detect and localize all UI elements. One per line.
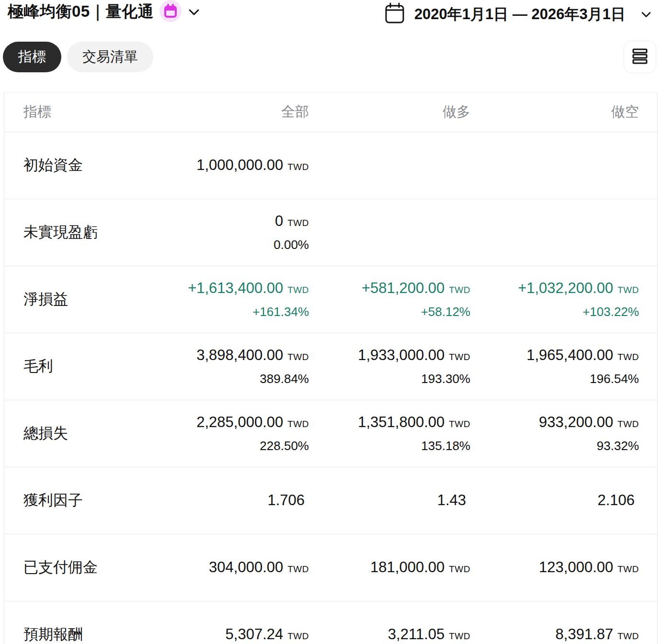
metric-value: 304,000.00 (209, 559, 283, 576)
topbar: 極峰均衡05｜量化通 2020年1月1日 — 2026年3月1日 (0, 0, 661, 25)
metric-value: 1,351,800.00 (358, 414, 444, 430)
metric-value: 2.106 (597, 492, 635, 508)
page-title: 極峰均衡05｜量化通 (8, 1, 154, 23)
row-label: 獲利因子 (4, 467, 169, 534)
row-label: 毛利 (4, 333, 169, 400)
metric-percent: 193.30% (310, 372, 470, 386)
metric-value: 123,000.00 (539, 559, 613, 576)
date-range-picker[interactable]: 2020年1月1日 — 2026年3月1日 (384, 2, 651, 27)
metric-value: 1,933,000.00 (358, 347, 444, 363)
metric-value: 0 (275, 213, 283, 229)
metric-cell-long: +581,200.00TWD +58.12% (309, 266, 471, 333)
title-chevron-down-icon[interactable] (188, 8, 200, 16)
metric-cell-short: 2.106 (471, 467, 657, 534)
tab-metrics[interactable]: 指標 (3, 42, 61, 72)
date-range-text: 2020年1月1日 — 2026年3月1日 (414, 4, 626, 24)
metric-unit: TWD (287, 564, 309, 574)
metric-value: 1.43 (437, 492, 466, 508)
table-header-row: 指標 全部 做多 做空 (4, 92, 657, 132)
metric-percent: 196.54% (471, 372, 639, 386)
metric-percent: +161.34% (170, 305, 309, 319)
metric-cell-short (471, 199, 657, 266)
metric-cell-long: 1.43 (309, 467, 471, 534)
metric-value: 181,000.00 (370, 559, 444, 576)
row-label: 淨損益 (4, 266, 169, 333)
metric-value: 933,200.00 (539, 414, 613, 430)
table-row: 毛利 3,898,400.00TWD 389.84% 1,933,000.00T… (4, 333, 657, 400)
metric-unit: TWD (449, 352, 470, 362)
metric-unit: TWD (617, 419, 639, 429)
metric-cell-short: 933,200.00TWD 93.32% (471, 400, 657, 467)
view-toggle-button[interactable] (624, 41, 656, 73)
calendar-icon (384, 2, 406, 27)
metric-unit: TWD (449, 419, 470, 429)
row-label: 未實現盈虧 (4, 199, 169, 266)
metric-unit: TWD (449, 631, 470, 641)
row-label: 總損失 (4, 400, 169, 467)
metric-cell-long (309, 132, 471, 199)
metric-cell-long (309, 199, 471, 266)
metric-percent: 389.84% (170, 372, 309, 386)
row-label: 已支付佣金 (4, 534, 169, 601)
metric-cell-short: 8,391.87TWD (471, 601, 657, 644)
table-row: 已支付佣金 304,000.00TWD 181,000.00TWD 123,00… (4, 534, 657, 601)
metric-cell-all: 304,000.00TWD (169, 534, 309, 601)
metric-value: 2,285,000.00 (196, 414, 283, 430)
rows-list-icon (630, 46, 650, 68)
table-row: 預期報酬 5,307.24TWD 3,211.05TWD 8,391.87TWD (4, 601, 657, 644)
column-header-short: 做空 (471, 92, 657, 132)
metric-cell-short: +1,032,200.00TWD +103.22% (471, 266, 657, 333)
strategy-title-group[interactable]: 極峰均衡05｜量化通 (8, 1, 200, 23)
table-row: 未實現盈虧 0TWD 0.00% (4, 199, 657, 266)
metric-unit: TWD (617, 564, 639, 574)
table-row: 獲利因子 1.706 1.43 2.106 (4, 467, 657, 534)
metrics-table: 指標 全部 做多 做空 初始資金 1,000,000.00TWD 未實現盈虧 0… (4, 92, 658, 644)
metric-value: 1.706 (267, 492, 305, 508)
metric-percent: 135.18% (310, 439, 470, 453)
metric-value: +581,200.00 (362, 280, 444, 296)
table-row: 總損失 2,285,000.00TWD 228.50% 1,351,800.00… (4, 400, 657, 467)
metric-percent: 228.50% (170, 439, 309, 453)
metric-unit: TWD (449, 285, 470, 295)
metric-value: +1,613,400.00 (188, 280, 283, 296)
metric-cell-short: 123,000.00TWD (471, 534, 657, 601)
metric-cell-long: 1,351,800.00TWD 135.18% (309, 400, 471, 467)
metric-percent: 93.32% (471, 439, 639, 453)
metric-cell-all: 1.706 (169, 467, 309, 534)
metric-value: +1,032,200.00 (518, 280, 613, 296)
metric-cell-all: 1,000,000.00TWD (169, 132, 309, 199)
metric-value: 3,211.05 (388, 626, 444, 643)
metric-value: 8,391.87 (556, 626, 614, 643)
table-row: 初始資金 1,000,000.00TWD (4, 132, 657, 199)
metric-cell-all: 3,898,400.00TWD 389.84% (169, 333, 309, 400)
metric-unit: TWD (617, 631, 639, 641)
metric-cell-all: 2,285,000.00TWD 228.50% (169, 400, 309, 467)
row-label: 初始資金 (4, 132, 169, 199)
metric-percent: +103.22% (471, 305, 639, 319)
metric-value: 3,898,400.00 (196, 347, 283, 363)
date-chevron-down-icon[interactable] (641, 11, 651, 18)
metric-unit: TWD (287, 218, 309, 228)
metric-unit: TWD (449, 564, 470, 574)
metric-value: 1,965,400.00 (526, 347, 613, 363)
row-label: 預期報酬 (4, 601, 169, 644)
metric-cell-all: 0TWD 0.00% (169, 199, 309, 266)
column-header-long: 做多 (309, 92, 471, 132)
metric-cell-all: +1,613,400.00TWD +161.34% (169, 266, 309, 333)
metric-unit: TWD (287, 631, 309, 641)
calendar-badge-icon (160, 0, 182, 22)
column-header-all: 全部 (169, 92, 309, 132)
metric-unit: TWD (617, 285, 639, 295)
metric-cell-long: 3,211.05TWD (309, 601, 471, 644)
metric-cell-long: 181,000.00TWD (309, 534, 471, 601)
metric-cell-long: 1,933,000.00TWD 193.30% (309, 333, 471, 400)
column-header-metric: 指標 (4, 92, 169, 132)
metric-unit: TWD (287, 285, 309, 295)
tabs-row: 指標 交易清單 (3, 41, 656, 73)
table-row: 淨損益 +1,613,400.00TWD +161.34% +581,200.0… (4, 266, 657, 333)
metric-cell-all: 5,307.24TWD (169, 601, 309, 644)
metric-percent: 0.00% (170, 237, 309, 252)
metric-value: 5,307.24 (226, 626, 284, 643)
tab-trade-list[interactable]: 交易清單 (67, 42, 153, 72)
metric-unit: TWD (287, 352, 309, 362)
